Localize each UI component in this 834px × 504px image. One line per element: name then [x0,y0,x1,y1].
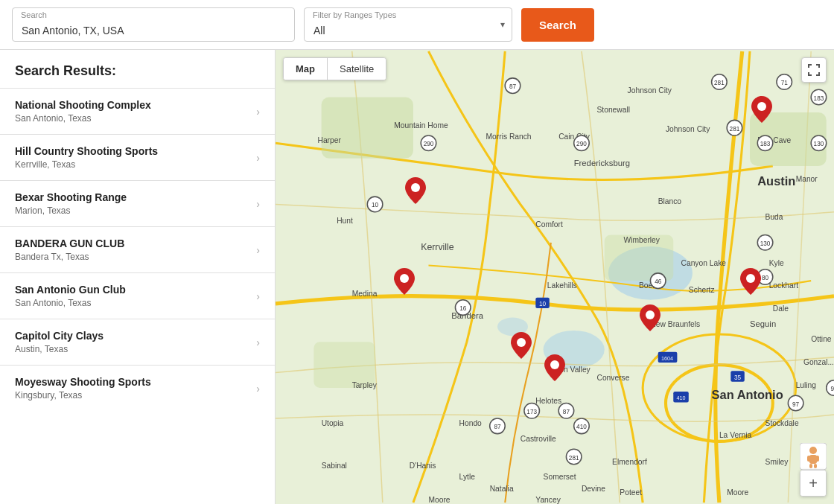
svg-text:130: 130 [760,240,771,247]
result-item-location: San Antonio, Texas [15,298,126,308]
svg-text:Elmendorf: Elmendorf [612,458,647,466]
svg-text:90: 90 [830,386,834,392]
zoom-controls: + [800,470,827,497]
svg-point-115 [400,274,409,283]
result-item-text: BANDERA GUN CLUB Bandera Tx, Texas [15,237,124,262]
svg-text:Lockhart: Lockhart [769,281,799,290]
svg-text:97: 97 [792,401,800,408]
svg-text:Wimberley: Wimberley [623,236,660,244]
svg-text:D'Hanis: D'Hanis [410,462,436,470]
result-item-text: Bexar Shooting Range Marion, Texas [15,191,127,216]
map-tab-satellite[interactable]: Satellite [328,58,386,80]
svg-text:281: 281 [714,80,725,86]
search-label: Search [21,10,47,19]
svg-text:Stockdale: Stockdale [765,419,799,427]
svg-text:Hunt: Hunt [337,217,353,225]
result-item-name: Capitol City Clays [15,330,104,342]
map-pin-austin[interactable] [751,96,772,123]
svg-text:Blanco: Blanco [658,197,682,205]
svg-text:Fredericksburg: Fredericksburg [574,159,630,168]
svg-text:Gonzal...: Gonzal... [803,358,834,366]
result-item[interactable]: San Antonio Gun Club San Antonio, Texas … [0,272,275,319]
result-item[interactable]: National Shooting Complex San Antonio, T… [0,88,275,134]
result-item[interactable]: Capitol City Clays Austin, Texas › [0,319,275,365]
result-chevron-icon: › [256,290,260,302]
main-layout: Search Results: National Shooting Comple… [0,50,834,504]
svg-text:10: 10 [539,301,547,307]
map-pin-san-antonio-east[interactable] [640,304,660,331]
result-item-text: Capitol City Clays Austin, Texas [15,330,104,354]
result-list: National Shooting Complex San Antonio, T… [0,88,275,411]
svg-text:Stonewall: Stonewall [597,106,631,114]
search-button[interactable]: Search [521,8,594,42]
svg-text:Buda: Buda [765,213,783,221]
result-item-location: Kingsbury, Texas [15,390,151,401]
result-item[interactable]: Bexar Shooting Range Marion, Texas › [0,180,275,226]
svg-text:Devine: Devine [582,485,605,493]
svg-text:Morris Ranch: Morris Ranch [486,133,532,141]
svg-text:183: 183 [814,95,824,102]
svg-text:87: 87 [494,424,501,430]
svg-text:Utopia: Utopia [322,419,344,427]
result-chevron-icon: › [256,383,260,395]
svg-text:Luling: Luling [796,381,817,389]
result-item-name: Hill Country Shooting Sports [15,145,158,157]
result-item-location: Austin, Texas [15,344,104,354]
zoom-in-button[interactable]: + [800,470,826,496]
result-item-text: San Antonio Gun Club San Antonio, Texas [15,284,126,308]
result-item[interactable]: Moyesway Shooting Sports Kingsbury, Texa… [0,365,275,411]
svg-text:87: 87 [509,83,517,90]
svg-text:Manor: Manor [796,175,818,183]
svg-text:130: 130 [814,141,824,147]
svg-text:Sabinal: Sabinal [322,462,347,470]
svg-text:Schertz: Schertz [689,286,715,294]
result-item-location: Bandera Tx, Texas [15,252,124,262]
svg-text:35: 35 [734,374,742,381]
svg-text:Tarpley: Tarpley [352,381,378,389]
svg-text:1604: 1604 [661,355,673,362]
search-input[interactable] [12,7,295,42]
svg-text:Johnson City: Johnson City [628,86,672,95]
svg-text:Smiley: Smiley [765,458,789,466]
svg-text:Canyon Lake: Canyon Lake [681,259,727,267]
svg-point-118 [646,310,655,319]
result-item-name: BANDERA GUN CLUB [15,237,124,249]
svg-text:173: 173 [526,409,537,415]
svg-point-113 [757,102,766,111]
svg-text:410: 410 [677,395,686,401]
svg-text:Dale: Dale [773,304,789,313]
svg-rect-125 [809,464,812,468]
svg-text:Harper: Harper [318,136,342,144]
svg-point-117 [550,360,559,369]
svg-text:Hondo: Hondo [459,419,483,427]
svg-text:410: 410 [576,424,587,430]
svg-text:Natalia: Natalia [490,485,514,493]
map-pin-helotes[interactable] [511,332,532,359]
map-pin-bandera[interactable] [394,268,415,295]
result-item-name: Bexar Shooting Range [15,191,127,203]
svg-text:Lytle: Lytle [459,473,476,481]
svg-rect-123 [807,456,811,462]
svg-text:290: 290 [576,141,587,147]
fullscreen-button[interactable] [801,57,827,83]
svg-text:Ottine: Ottine [811,335,832,343]
result-item-location: Marion, Texas [15,205,127,216]
map-pin-san-antonio[interactable] [544,354,565,381]
map-pin-east[interactable] [740,268,761,295]
svg-text:71: 71 [781,80,789,86]
svg-text:80: 80 [762,275,769,281]
svg-text:Yancey: Yancey [535,496,561,504]
result-item-location: San Antonio, Texas [15,113,151,124]
svg-text:San Antonio: San Antonio [712,388,783,401]
svg-point-121 [809,447,817,454]
map-tab-map[interactable]: Map [284,58,328,80]
svg-text:Converse: Converse [597,374,630,382]
street-view-button[interactable] [800,443,827,470]
map-pin-kerrville[interactable] [405,177,426,204]
svg-text:Moore: Moore [428,496,450,504]
result-item[interactable]: Hill Country Shooting Sports Kerrville, … [0,134,275,180]
filter-field-wrapper: Filter by Ranges Types All Outdoor Indoo… [304,7,512,42]
result-item[interactable]: BANDERA GUN CLUB Bandera Tx, Texas › [0,226,275,272]
svg-text:290: 290 [424,141,434,147]
svg-text:Kerrville: Kerrville [421,242,454,252]
